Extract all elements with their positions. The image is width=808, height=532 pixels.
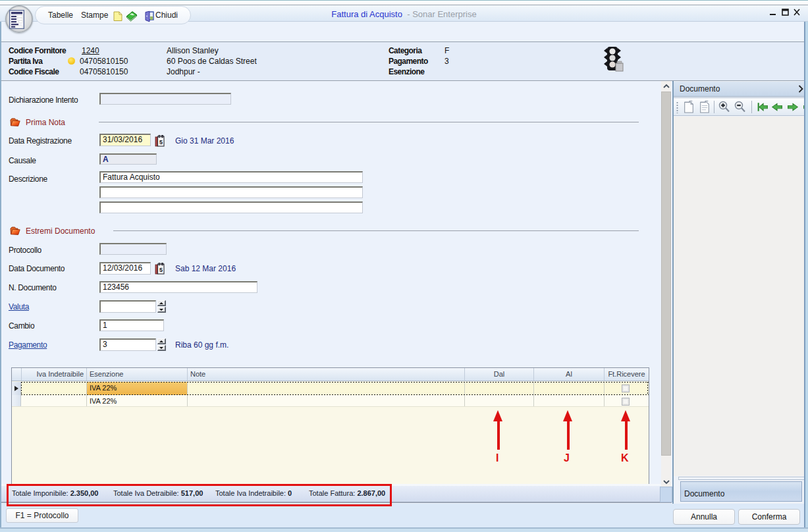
- svg-text:5: 5: [159, 267, 163, 273]
- svg-text:5: 5: [159, 139, 163, 146]
